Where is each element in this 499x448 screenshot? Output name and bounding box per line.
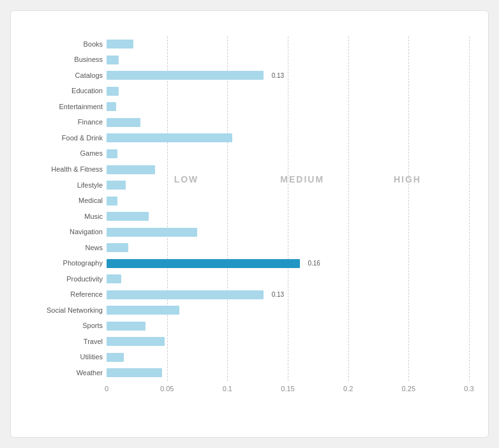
- bar: [107, 322, 145, 331]
- x-tick: 0.05: [160, 385, 174, 392]
- x-axis: 00.050.10.150.20.250.3: [107, 385, 469, 398]
- bar: [107, 274, 121, 283]
- y-label: Education: [24, 87, 103, 94]
- x-tick: 0.1: [223, 385, 232, 392]
- y-label: Photography: [24, 260, 103, 267]
- bar-row: [107, 148, 469, 160]
- y-label: Books: [24, 41, 103, 48]
- y-labels: BooksBusinessCatalogsEducationEntertainm…: [24, 36, 107, 381]
- bar: [107, 368, 162, 377]
- bar: [107, 337, 165, 346]
- bar: [107, 118, 140, 127]
- bar-row: 0.16: [107, 258, 469, 269]
- bar-row: [107, 242, 469, 253]
- y-label: Medical: [24, 197, 103, 204]
- grid-line: [469, 36, 470, 381]
- bar-row: [107, 54, 469, 66]
- y-label: Food & Drink: [24, 135, 103, 142]
- chart-area: BooksBusinessCatalogsEducationEntertainm…: [24, 36, 469, 381]
- y-label: Lifestyle: [24, 182, 103, 189]
- bar: [107, 40, 133, 49]
- bar-row: [107, 336, 469, 347]
- bar: [107, 56, 119, 64]
- y-label: Social Networking: [24, 307, 103, 314]
- bar-row: [107, 227, 469, 238]
- bar-row: [107, 195, 469, 207]
- bar-row: [107, 304, 469, 316]
- bar-row: [107, 117, 469, 128]
- y-label: Music: [24, 213, 103, 220]
- x-tick: 0.15: [281, 385, 294, 392]
- bar-row: [107, 352, 469, 363]
- bar: [107, 212, 149, 221]
- bar: [107, 102, 116, 111]
- x-tick: 0.2: [343, 385, 353, 392]
- y-label: Catalogs: [24, 72, 103, 79]
- bar-row: [107, 164, 469, 175]
- bar-row: [107, 179, 469, 191]
- bar-row: 0.13: [107, 289, 469, 301]
- bar: [107, 87, 119, 96]
- bar: [107, 165, 155, 174]
- y-label: Finance: [24, 119, 103, 126]
- bar-highlighted: 0.16: [107, 259, 300, 268]
- y-label: Navigation: [24, 228, 103, 235]
- bar-row: [107, 101, 469, 112]
- y-label: Productivity: [24, 276, 103, 283]
- bar-row: [107, 86, 469, 97]
- y-label: Entertainment: [24, 103, 103, 110]
- y-label: Health & Fitness: [24, 166, 103, 173]
- x-tick: 0: [105, 385, 108, 392]
- bar-row: [107, 38, 469, 50]
- x-tick: 0.25: [402, 385, 415, 392]
- bar: [107, 197, 117, 205]
- y-label: News: [24, 244, 103, 251]
- bar-row: [107, 320, 469, 332]
- bar-value-label: 0.13: [272, 291, 284, 298]
- bar: [107, 306, 179, 315]
- y-label: Sports: [24, 322, 103, 329]
- bar: [107, 243, 128, 252]
- y-label: Games: [24, 150, 103, 157]
- bars-area: LOWMEDIUMHIGH 0.130.160.13: [107, 36, 469, 381]
- y-label: Reference: [24, 291, 103, 298]
- bar-row: 0.13: [107, 70, 469, 81]
- bar-row: [107, 273, 469, 285]
- y-label: Travel: [24, 338, 103, 345]
- bar-row: [107, 132, 469, 144]
- y-label: Weather: [24, 370, 103, 377]
- bar-row: [107, 211, 469, 222]
- bar: [107, 353, 124, 362]
- y-label: Utilities: [24, 354, 103, 361]
- bar: 0.13: [107, 71, 264, 80]
- y-label: Business: [24, 56, 103, 63]
- bar: 0.13: [107, 290, 264, 299]
- bar: [107, 228, 197, 237]
- bar: [107, 149, 117, 158]
- chart-container: BooksBusinessCatalogsEducationEntertainm…: [10, 10, 489, 438]
- x-tick: 0.3: [464, 385, 473, 392]
- bar-value-label: 0.13: [272, 72, 284, 79]
- bar-row: [107, 367, 469, 378]
- bar: [107, 133, 232, 142]
- bar: [107, 181, 126, 190]
- bar-value-label: 0.16: [308, 260, 320, 267]
